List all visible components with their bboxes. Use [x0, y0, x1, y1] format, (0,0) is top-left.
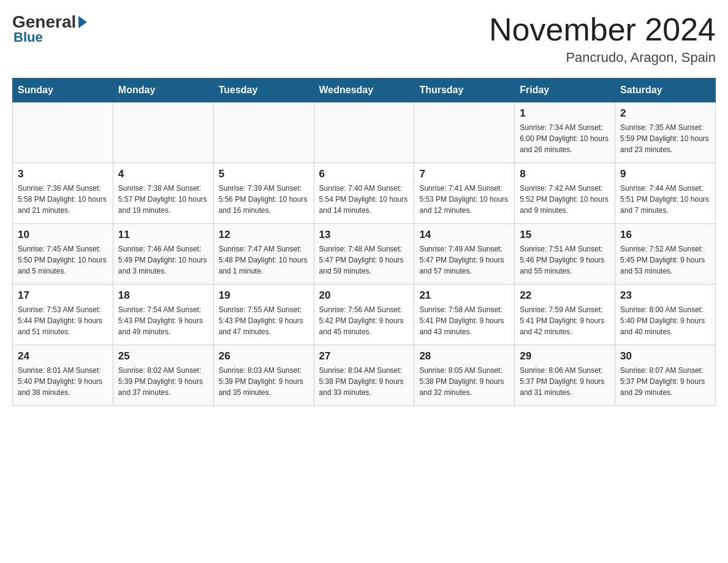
calendar-week-row: 3Sunrise: 7:36 AM Sunset: 5:58 PM Daylig… [13, 163, 716, 224]
logo-arrow-icon [78, 16, 87, 28]
calendar-week-row: 10Sunrise: 7:45 AM Sunset: 5:50 PM Dayli… [13, 224, 716, 285]
calendar-cell [414, 102, 515, 163]
day-number: 4 [118, 168, 208, 180]
calendar-cell: 18Sunrise: 7:54 AM Sunset: 5:43 PM Dayli… [113, 285, 213, 345]
day-number: 9 [620, 168, 710, 180]
day-info: Sunrise: 7:59 AM Sunset: 5:41 PM Dayligh… [520, 304, 610, 337]
day-info: Sunrise: 7:55 AM Sunset: 5:43 PM Dayligh… [219, 304, 309, 337]
day-number: 11 [118, 229, 208, 241]
day-number: 24 [18, 350, 108, 362]
day-number: 1 [520, 107, 610, 120]
day-info: Sunrise: 7:35 AM Sunset: 5:59 PM Dayligh… [620, 122, 710, 155]
calendar-cell: 17Sunrise: 7:53 AM Sunset: 5:44 PM Dayli… [13, 285, 113, 345]
day-number: 8 [520, 168, 610, 180]
day-info: Sunrise: 8:02 AM Sunset: 5:39 PM Dayligh… [118, 365, 208, 398]
calendar-cell: 16Sunrise: 7:52 AM Sunset: 5:45 PM Dayli… [615, 224, 716, 285]
day-info: Sunrise: 8:04 AM Sunset: 5:38 PM Dayligh… [319, 365, 409, 398]
day-number: 29 [520, 350, 610, 362]
calendar-cell: 12Sunrise: 7:47 AM Sunset: 5:48 PM Dayli… [213, 224, 314, 285]
day-info: Sunrise: 7:41 AM Sunset: 5:53 PM Dayligh… [419, 183, 509, 216]
calendar-cell: 21Sunrise: 7:58 AM Sunset: 5:41 PM Dayli… [414, 285, 515, 345]
weekday-header-friday: Friday [515, 79, 615, 102]
calendar-table: SundayMondayTuesdayWednesdayThursdayFrid… [12, 78, 716, 406]
logo-blue-text: Blue [12, 29, 43, 45]
day-info: Sunrise: 7:47 AM Sunset: 5:48 PM Dayligh… [219, 243, 309, 277]
day-info: Sunrise: 7:49 AM Sunset: 5:47 PM Dayligh… [419, 243, 509, 277]
calendar-cell: 3Sunrise: 7:36 AM Sunset: 5:58 PM Daylig… [13, 163, 113, 224]
calendar-cell: 20Sunrise: 7:56 AM Sunset: 5:42 PM Dayli… [314, 285, 414, 345]
day-number: 26 [219, 350, 309, 362]
calendar-subtitle: Pancrudo, Aragon, Spain [489, 50, 716, 66]
day-number: 25 [118, 350, 208, 362]
day-info: Sunrise: 7:45 AM Sunset: 5:50 PM Dayligh… [18, 243, 108, 277]
day-info: Sunrise: 7:58 AM Sunset: 5:41 PM Dayligh… [419, 304, 509, 337]
day-number: 21 [419, 289, 509, 302]
day-number: 5 [219, 168, 309, 180]
day-number: 15 [520, 229, 610, 241]
weekday-header-monday: Monday [113, 79, 213, 102]
weekday-header-saturday: Saturday [615, 79, 716, 102]
day-info: Sunrise: 7:39 AM Sunset: 5:56 PM Dayligh… [219, 183, 309, 216]
calendar-cell: 24Sunrise: 8:01 AM Sunset: 5:40 PM Dayli… [13, 345, 113, 406]
weekday-header-tuesday: Tuesday [213, 79, 314, 102]
calendar-cell: 6Sunrise: 7:40 AM Sunset: 5:54 PM Daylig… [314, 163, 414, 224]
calendar-cell [314, 102, 414, 163]
day-number: 30 [620, 350, 710, 362]
calendar-week-row: 1Sunrise: 7:34 AM Sunset: 6:00 PM Daylig… [13, 102, 716, 163]
calendar-cell: 4Sunrise: 7:38 AM Sunset: 5:57 PM Daylig… [113, 163, 213, 224]
day-info: Sunrise: 7:38 AM Sunset: 5:57 PM Dayligh… [118, 183, 208, 216]
calendar-cell: 10Sunrise: 7:45 AM Sunset: 5:50 PM Dayli… [13, 224, 113, 285]
calendar-cell: 25Sunrise: 8:02 AM Sunset: 5:39 PM Dayli… [113, 345, 213, 406]
page-header: General Blue November 2024 Pancrudo, Ara… [12, 12, 716, 66]
day-info: Sunrise: 8:06 AM Sunset: 5:37 PM Dayligh… [520, 365, 610, 398]
day-number: 23 [620, 289, 710, 302]
day-info: Sunrise: 7:44 AM Sunset: 5:51 PM Dayligh… [620, 183, 710, 216]
calendar-cell: 23Sunrise: 8:00 AM Sunset: 5:40 PM Dayli… [615, 285, 716, 345]
day-info: Sunrise: 7:54 AM Sunset: 5:43 PM Dayligh… [118, 304, 208, 337]
day-info: Sunrise: 8:03 AM Sunset: 5:39 PM Dayligh… [219, 365, 309, 398]
calendar-cell: 1Sunrise: 7:34 AM Sunset: 6:00 PM Daylig… [515, 102, 615, 163]
day-info: Sunrise: 7:46 AM Sunset: 5:49 PM Dayligh… [118, 243, 208, 277]
calendar-cell: 13Sunrise: 7:48 AM Sunset: 5:47 PM Dayli… [314, 224, 414, 285]
day-number: 12 [219, 229, 309, 241]
calendar-cell [213, 102, 314, 163]
weekday-header-sunday: Sunday [13, 79, 113, 102]
calendar-cell: 26Sunrise: 8:03 AM Sunset: 5:39 PM Dayli… [213, 345, 314, 406]
day-info: Sunrise: 7:36 AM Sunset: 5:58 PM Dayligh… [18, 183, 108, 216]
calendar-cell: 9Sunrise: 7:44 AM Sunset: 5:51 PM Daylig… [615, 163, 716, 224]
day-info: Sunrise: 8:05 AM Sunset: 5:38 PM Dayligh… [419, 365, 509, 398]
day-info: Sunrise: 7:34 AM Sunset: 6:00 PM Dayligh… [520, 122, 610, 155]
day-info: Sunrise: 7:51 AM Sunset: 5:46 PM Dayligh… [520, 243, 610, 277]
day-number: 19 [219, 289, 309, 302]
day-info: Sunrise: 8:00 AM Sunset: 5:40 PM Dayligh… [620, 304, 710, 337]
calendar-cell: 8Sunrise: 7:42 AM Sunset: 5:52 PM Daylig… [515, 163, 615, 224]
day-info: Sunrise: 8:01 AM Sunset: 5:40 PM Dayligh… [18, 365, 108, 398]
calendar-week-row: 24Sunrise: 8:01 AM Sunset: 5:40 PM Dayli… [13, 345, 716, 406]
weekday-header-row: SundayMondayTuesdayWednesdayThursdayFrid… [13, 79, 716, 102]
day-info: Sunrise: 7:42 AM Sunset: 5:52 PM Dayligh… [520, 183, 610, 216]
day-number: 14 [419, 229, 509, 241]
calendar-cell: 11Sunrise: 7:46 AM Sunset: 5:49 PM Dayli… [113, 224, 213, 285]
day-info: Sunrise: 7:52 AM Sunset: 5:45 PM Dayligh… [620, 243, 710, 277]
title-block: November 2024 Pancrudo, Aragon, Spain [489, 12, 716, 66]
calendar-cell: 2Sunrise: 7:35 AM Sunset: 5:59 PM Daylig… [615, 102, 716, 163]
day-info: Sunrise: 7:53 AM Sunset: 5:44 PM Dayligh… [18, 304, 108, 337]
day-info: Sunrise: 7:40 AM Sunset: 5:54 PM Dayligh… [319, 183, 409, 216]
day-number: 3 [18, 168, 108, 180]
calendar-cell [13, 102, 113, 163]
calendar-cell: 19Sunrise: 7:55 AM Sunset: 5:43 PM Dayli… [213, 285, 314, 345]
calendar-title: November 2024 [489, 12, 716, 47]
calendar-cell: 15Sunrise: 7:51 AM Sunset: 5:46 PM Dayli… [515, 224, 615, 285]
logo: General Blue [12, 12, 87, 45]
day-number: 7 [419, 168, 509, 180]
day-number: 13 [319, 229, 409, 241]
day-number: 16 [620, 229, 710, 241]
day-number: 6 [319, 168, 409, 180]
day-number: 2 [620, 107, 710, 120]
day-number: 20 [319, 289, 409, 302]
calendar-cell: 22Sunrise: 7:59 AM Sunset: 5:41 PM Dayli… [515, 285, 615, 345]
calendar-cell: 14Sunrise: 7:49 AM Sunset: 5:47 PM Dayli… [414, 224, 515, 285]
weekday-header-thursday: Thursday [414, 79, 515, 102]
day-number: 18 [118, 289, 208, 302]
calendar-cell: 29Sunrise: 8:06 AM Sunset: 5:37 PM Dayli… [515, 345, 615, 406]
